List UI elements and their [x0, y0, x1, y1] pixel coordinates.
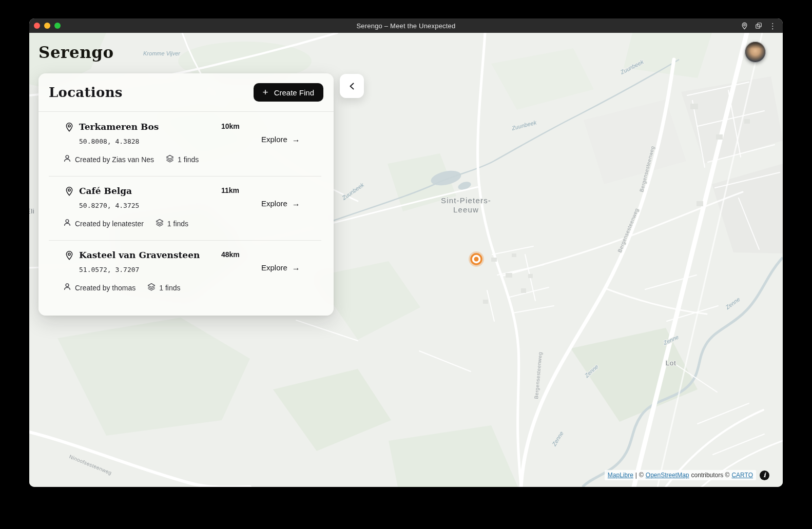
- map-pin-icon: [64, 250, 79, 263]
- info-icon[interactable]: i: [760, 471, 769, 480]
- explore-label: Explore: [261, 263, 287, 272]
- location-finds-count: 1 finds: [159, 283, 180, 292]
- location-created-by: Created by Zias van Nes: [75, 155, 154, 164]
- layers-icon: [147, 283, 156, 293]
- map-label-town: Leeuw: [453, 205, 479, 214]
- maplibre-link[interactable]: MapLibre: [608, 472, 633, 479]
- window-minimize-button[interactable]: [44, 23, 50, 29]
- window-close-button[interactable]: [34, 23, 40, 29]
- window-title: Serengo – Meet the Unexpected: [29, 22, 783, 30]
- attribution-text: MapLibre | © OpenStreetMap contributors …: [605, 470, 756, 480]
- window-zoom-button[interactable]: [54, 23, 61, 29]
- explore-label: Explore: [261, 199, 287, 208]
- location-distance: 11km: [221, 186, 239, 194]
- arrow-right-icon: →: [292, 264, 300, 272]
- map-label-lot: Lot: [666, 359, 676, 367]
- create-find-button[interactable]: + Create Find: [254, 83, 323, 102]
- map-label-kromme-vijver: Kromme Vijver: [143, 50, 181, 56]
- traffic-lights: [34, 23, 61, 29]
- explore-link[interactable]: Explore →: [261, 263, 300, 272]
- arrow-right-icon: →: [292, 200, 300, 208]
- layers-icon: [156, 219, 164, 229]
- panel-header: Locations + Create Find: [38, 73, 334, 112]
- user-avatar[interactable]: [745, 42, 766, 63]
- location-pin-icon[interactable]: [741, 22, 748, 30]
- explore-label: Explore: [261, 135, 287, 144]
- location-list-item: Kasteel van Gravensteen 51.0572, 3.7207 …: [38, 240, 334, 316]
- person-icon: [63, 283, 71, 293]
- location-list-item: Café Belga 50.8270, 4.3725 Created by le…: [38, 176, 334, 240]
- person-icon: [63, 219, 71, 229]
- location-distance: 10km: [221, 122, 240, 130]
- plus-icon: +: [263, 87, 268, 97]
- app-content: Kromme Vijver Zuunbeek Zuunbeek Zuunbeek…: [29, 33, 783, 487]
- map-pin-icon: [64, 186, 79, 199]
- osm-link[interactable]: OpenStreetMap: [646, 472, 689, 479]
- location-distance: 48km: [221, 250, 240, 259]
- location-name: Café Belga: [79, 185, 321, 197]
- person-icon: [63, 154, 71, 165]
- location-created-by: Created by thomas: [75, 283, 136, 292]
- layers-icon: [166, 154, 174, 165]
- location-meta: Created by thomas 1 finds: [63, 283, 321, 293]
- locations-panel: Locations + Create Find Terkameren Bos 5…: [38, 73, 334, 316]
- titlebar-actions: ⋮: [741, 18, 777, 33]
- explore-link[interactable]: Explore →: [261, 199, 300, 208]
- location-name: Kasteel van Gravensteen: [79, 249, 321, 261]
- location-created-by: Created by lenatester: [75, 219, 144, 228]
- explore-link[interactable]: Explore →: [261, 135, 300, 144]
- extensions-icon[interactable]: [755, 22, 762, 29]
- kebab-menu-icon[interactable]: ⋮: [769, 22, 777, 30]
- location-list-item: Terkameren Bos 50.8008, 4.3828 Created b…: [38, 112, 334, 176]
- attribution-contributors: contributors ©: [691, 472, 730, 479]
- window-titlebar: Serengo – Meet the Unexpected ⋮: [29, 18, 783, 33]
- map-location-marker[interactable]: [469, 251, 484, 267]
- panel-title: Locations: [49, 85, 123, 100]
- attribution-divider: |: [635, 472, 637, 479]
- map-label-town: Sint-Pieters-: [441, 196, 491, 205]
- create-find-label: Create Find: [274, 88, 314, 97]
- map-label-eli: Eli: [29, 207, 34, 215]
- carto-link[interactable]: CARTO: [731, 472, 753, 479]
- attribution-copyright: ©: [639, 472, 644, 479]
- map-pin-icon: [64, 122, 79, 134]
- app-logo: Serengo: [38, 43, 114, 62]
- location-meta: Created by lenatester 1 finds: [63, 219, 321, 229]
- app-window: Serengo – Meet the Unexpected ⋮: [29, 18, 783, 487]
- chevron-left-icon: [347, 82, 357, 91]
- map-attribution: MapLibre | © OpenStreetMap contributors …: [605, 470, 769, 480]
- location-name: Terkameren Bos: [79, 121, 321, 132]
- location-finds-count: 1 finds: [167, 219, 188, 228]
- arrow-right-icon: →: [292, 135, 300, 144]
- panel-collapse-button[interactable]: [340, 74, 364, 98]
- location-finds-count: 1 finds: [178, 155, 199, 164]
- location-meta: Created by Zias van Nes 1 finds: [63, 154, 321, 165]
